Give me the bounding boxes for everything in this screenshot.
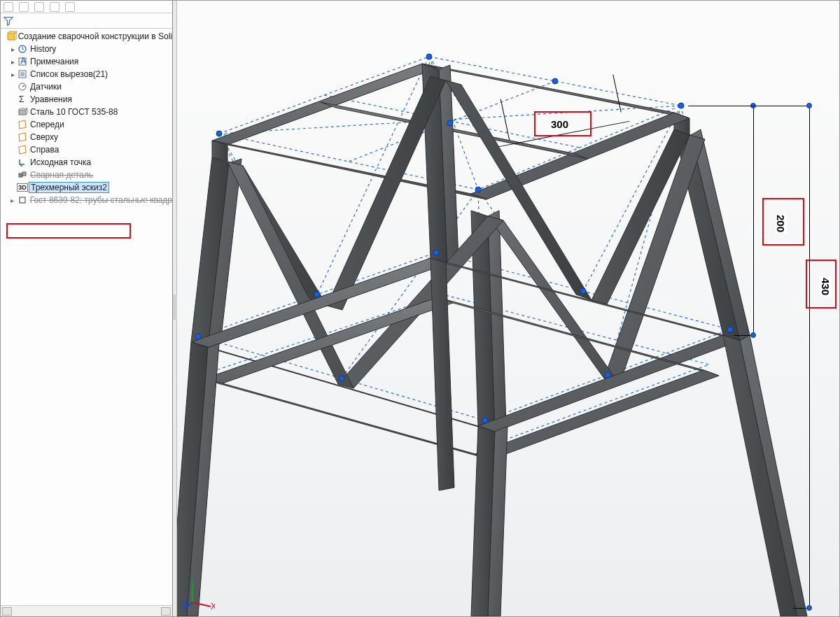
svg-point-12: [678, 103, 684, 108]
scroll-left-icon[interactable]: [2, 607, 12, 616]
tree-item-label: Датчики: [29, 82, 62, 92]
scroll-right-icon[interactable]: [161, 607, 171, 616]
tree-item-weldment[interactable]: Сварная деталь: [1, 169, 172, 181]
svg-point-17: [482, 418, 488, 423]
svg-point-16: [727, 327, 733, 332]
plane-icon: [16, 144, 29, 155]
svg-text:A: A: [20, 57, 27, 66]
tree-item-label: History: [29, 44, 56, 54]
feature-tree[interactable]: Создание сварочной конструкции в Soli ▸ …: [1, 29, 172, 605]
tree-item-label: Исходная точка: [29, 157, 91, 167]
tree-item-material[interactable]: Сталь 10 ГОСТ 535-88: [1, 106, 172, 118]
dim-point: [806, 103, 812, 108]
dim-ext: [688, 106, 811, 106]
model-canvas: [177, 1, 839, 616]
profile-icon: [16, 194, 29, 206]
axis-x-label: X: [211, 602, 215, 611]
svg-point-20: [314, 292, 320, 297]
dimension-300[interactable]: 300: [550, 118, 570, 130]
svg-point-22: [605, 372, 610, 378]
axis-y-label: Y: [190, 579, 195, 586]
plane-icon: [16, 132, 29, 143]
origin-icon: [16, 157, 29, 168]
tree-item-3dsketch[interactable]: 3D Трехмерный эскиз2: [1, 181, 172, 194]
svg-rect-6: [19, 110, 26, 115]
tree-item-top[interactable]: Сверху: [1, 131, 172, 143]
svg-point-19: [552, 78, 558, 84]
tree-item-front[interactable]: Спереди: [1, 118, 172, 131]
tree-item-label: Трехмерный эскиз2: [29, 182, 109, 193]
tree-item-profile[interactable]: ▸ Гост 8639-82: трубы стальные квадр: [1, 194, 172, 206]
tree-item-label: Гост 8639-82: трубы стальные квадр: [29, 195, 172, 205]
dim-line-200: [753, 106, 754, 336]
svg-point-15: [433, 250, 439, 255]
highlight-box-tree: [6, 223, 131, 239]
tree-item-label: Уравнения: [29, 94, 72, 104]
sigma-icon: Σ: [16, 94, 29, 105]
sensor-icon: [16, 81, 29, 92]
tree-root[interactable]: Создание сварочной конструкции в Soli: [1, 30, 172, 43]
dimension-430[interactable]: 430: [820, 276, 832, 297]
tree-item-equations[interactable]: Σ Уравнения: [1, 93, 172, 106]
svg-point-13: [475, 187, 481, 192]
svg-rect-9: [20, 197, 25, 203]
svg-text:Σ: Σ: [19, 94, 24, 104]
plane-icon: [16, 119, 29, 130]
view-triad: Y X Z: [183, 579, 215, 611]
dim-line-430: [809, 106, 810, 609]
svg-point-11: [426, 54, 432, 59]
tree-item-label: Список вырезов(21): [29, 69, 108, 79]
weldment-icon: [16, 169, 29, 180]
tree-item-history[interactable]: ▸ History: [1, 43, 172, 55]
tree-root-label: Создание сварочной конструкции в Soli: [17, 31, 172, 41]
tree-item-label: Справа: [29, 145, 59, 155]
svg-line-25: [192, 602, 211, 607]
tree-item-sensors[interactable]: Датчики: [1, 80, 172, 93]
material-icon: [16, 106, 29, 118]
tree-item-cutlist[interactable]: ▸ Список вырезов(21): [1, 68, 172, 80]
feature-tree-panel: Создание сварочной конструкции в Soli ▸ …: [1, 1, 173, 616]
3dsketch-icon: 3D: [16, 182, 29, 193]
tree-item-label: Сварная деталь: [29, 170, 93, 180]
svg-rect-7: [19, 173, 22, 177]
part-icon: [6, 31, 17, 42]
history-icon: [16, 43, 29, 55]
svg-point-21: [580, 288, 586, 294]
svg-point-14: [195, 334, 201, 339]
svg-point-10: [216, 131, 222, 136]
dimension-200[interactable]: 200: [775, 213, 787, 234]
sidebar-hscroll[interactable]: [1, 605, 172, 616]
funnel-icon: [4, 16, 13, 26]
tree-item-label: Спереди: [29, 120, 64, 129]
app-frame: Создание сварочной конструкции в Soli ▸ …: [0, 0, 840, 617]
dim-point: [806, 605, 812, 611]
svg-point-23: [339, 376, 344, 381]
cutlist-icon: [16, 69, 29, 80]
svg-rect-8: [22, 172, 26, 176]
tree-item-label: Примечания: [29, 57, 78, 66]
axis-z-label: Z: [183, 599, 188, 609]
tree-item-origin[interactable]: Исходная точка: [1, 156, 172, 169]
svg-point-18: [447, 120, 453, 126]
dim-point: [750, 332, 756, 338]
tree-item-notes[interactable]: ▸ A Примечания: [1, 55, 172, 68]
tree-item-label: Сталь 10 ГОСТ 535-88: [29, 107, 118, 117]
panel-tabstrip[interactable]: [1, 1, 172, 13]
graphics-viewport[interactable]: 300 200 430 Y X Z: [177, 1, 839, 616]
tree-item-label: Сверху: [29, 132, 58, 142]
filter-bar[interactable]: [1, 13, 172, 29]
notes-icon: A: [16, 56, 29, 67]
tree-item-right[interactable]: Справа: [1, 143, 172, 156]
